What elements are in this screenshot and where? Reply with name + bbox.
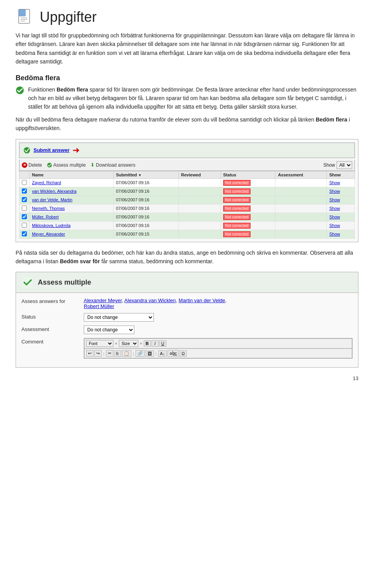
status-badge: Not corrected: [223, 206, 251, 211]
row-checkbox[interactable]: [22, 197, 27, 202]
status-badge: Not corrected: [223, 188, 251, 194]
student-name-link[interactable]: Müller, Robert: [32, 215, 58, 219]
format-button[interactable]: A↓: [158, 350, 167, 357]
special-button[interactable]: Ω: [180, 350, 187, 357]
status-badge: Not corrected: [223, 231, 251, 237]
page-title: Uppgifter: [40, 9, 97, 25]
toolbar-sep3: |: [103, 351, 104, 356]
table-row: Nemeth, Thomas07/06/2007 09:16Not correc…: [19, 204, 355, 213]
assess-answers-value: Alexander Meyer, Alexandra van Wicklen, …: [84, 298, 353, 309]
table-row: van der Velde, Martin07/06/2007 09:16Not…: [19, 195, 355, 204]
row-checkbox[interactable]: [22, 223, 27, 228]
row-checkbox[interactable]: [22, 188, 27, 194]
reviewed-cell: [178, 213, 221, 221]
bold-button[interactable]: B: [144, 340, 151, 347]
image-button[interactable]: 🖼: [146, 350, 154, 357]
show-link[interactable]: Show: [329, 206, 340, 211]
row-checkbox[interactable]: [22, 180, 27, 185]
submitted-date: 07/06/2007 09:16: [113, 187, 178, 195]
comment-editor: Font ▼ Size ▼ B I U ↩ ↪ |: [84, 338, 353, 359]
redo-button[interactable]: ↪: [94, 350, 102, 357]
student-name-link[interactable]: Zayed, Richard: [32, 180, 61, 185]
table-row: Mikloskova, Ludmila07/06/2007 09:16Not c…: [19, 221, 355, 230]
show-select[interactable]: All: [337, 161, 352, 169]
cut-button[interactable]: ✂: [106, 350, 113, 357]
col-name: Name: [30, 171, 114, 178]
status-badge: Not corrected: [223, 197, 251, 203]
status-select[interactable]: Do not change: [84, 313, 154, 322]
document-icon: [16, 8, 34, 26]
show-link[interactable]: Show: [329, 223, 340, 228]
submit-answer-bar: Submit answer ➜: [19, 143, 355, 158]
show-link[interactable]: Show: [329, 197, 340, 202]
assess-header: Assess multiple: [16, 272, 358, 293]
copy-button[interactable]: ⎘: [114, 350, 121, 357]
comment-toolbar2: ↩ ↪ | ✂ ⎘ 📋 | 🔗 🖼 | A↓ ab͟c Ω: [84, 349, 352, 358]
underline-button[interactable]: U: [159, 340, 166, 347]
assess-multiple-button[interactable]: Assess multiple: [47, 162, 86, 168]
col-status: Status: [221, 171, 275, 178]
student-name-link[interactable]: Meyer, Alexander: [32, 232, 65, 236]
table-row: Müller, Robert07/06/2007 09:16Not correc…: [19, 213, 355, 221]
comment-label: Comment: [21, 338, 84, 345]
undo-button[interactable]: ↩: [86, 350, 94, 357]
status-value: Do not change: [84, 313, 353, 322]
reviewed-cell: [178, 221, 221, 230]
submitted-date: 07/06/2007 09:15: [113, 230, 178, 238]
assess-body: Assess answers for Alexander Meyer, Alex…: [16, 293, 358, 367]
student-name-link[interactable]: van Wicklen, Alexandra: [32, 189, 76, 194]
submitted-date: 07/06/2007 09:16: [113, 213, 178, 221]
toolbar-sep5: |: [155, 351, 157, 356]
col-reviewed: Reviewed: [178, 171, 221, 178]
row-checkbox[interactable]: [22, 214, 27, 219]
student-name-link[interactable]: Nemeth, Thomas: [32, 206, 65, 211]
col-submitted: Submitted ▼: [113, 171, 178, 178]
show-link[interactable]: Show: [329, 180, 340, 185]
italic-button[interactable]: I: [152, 340, 159, 347]
link-button[interactable]: 🔗: [136, 350, 145, 357]
assess-icon: [47, 162, 52, 168]
screenshot2-box: Assess multiple Assess answers for Alexa…: [16, 272, 358, 368]
col-checkbox: [19, 171, 30, 178]
submit-circle-icon: [23, 147, 30, 154]
assessment-label: Assessment: [21, 326, 84, 332]
status-badge: Not corrected: [223, 214, 251, 220]
col-show: Show: [327, 171, 355, 178]
show-link[interactable]: Show: [329, 232, 340, 236]
assessment-cell: [275, 204, 327, 213]
assessment-row: Assessment Do not change: [21, 326, 353, 334]
spell-button[interactable]: ab͟c: [168, 350, 179, 357]
assessment-cell: [275, 213, 327, 221]
assessment-select[interactable]: Do not change: [84, 326, 134, 334]
show-link[interactable]: Show: [329, 215, 340, 219]
submit-answer-link[interactable]: Submit answer: [34, 147, 69, 153]
student-name-link[interactable]: Mikloskova, Ludmila: [32, 223, 71, 228]
reviewed-cell: [178, 178, 221, 187]
size-select[interactable]: Size: [119, 340, 138, 347]
delete-button[interactable]: ✕ Delete: [22, 162, 42, 168]
assessment-cell: [275, 195, 327, 204]
assessment-cell: [275, 187, 327, 195]
assess-answers-row: Assess answers for Alexander Meyer, Alex…: [21, 298, 353, 309]
bedoma-para2: När du vill bedöma flera deltagare marke…: [16, 115, 358, 133]
row-checkbox[interactable]: [22, 206, 27, 211]
font-select[interactable]: Font: [86, 340, 113, 347]
paste-button[interactable]: 📋: [122, 350, 131, 357]
status-badge: Not corrected: [223, 223, 251, 229]
table-toolbar: ✕ Delete Assess multiple ⬇ Download answ…: [19, 160, 355, 171]
screenshot1-box: Submit answer ➜ ✕ Delete Assess multiple…: [16, 139, 358, 242]
submitted-date: 07/06/2007 09:16: [113, 195, 178, 204]
download-button[interactable]: ⬇ Download answers: [90, 162, 135, 168]
student-name-link[interactable]: van der Velde, Martin: [32, 197, 72, 202]
svg-rect-1: [19, 9, 26, 16]
table-row: Meyer, Alexander07/06/2007 09:15Not corr…: [19, 230, 355, 238]
assessment-value: Do not change: [84, 326, 353, 334]
toolbar-sep1: ▼: [114, 342, 118, 346]
table-row: Zayed, Richard07/06/2007 09:16Not correc…: [19, 178, 355, 187]
show-link[interactable]: Show: [329, 189, 340, 194]
status-label: Status: [21, 313, 84, 320]
table-row: van Wicklen, Alexandra07/06/2007 09:16No…: [19, 187, 355, 195]
assess-answers-label: Assess answers for: [21, 298, 84, 304]
row-checkbox[interactable]: [22, 231, 27, 236]
submissions-table: Name Submitted ▼ Reviewed Status Assessm…: [19, 171, 355, 239]
